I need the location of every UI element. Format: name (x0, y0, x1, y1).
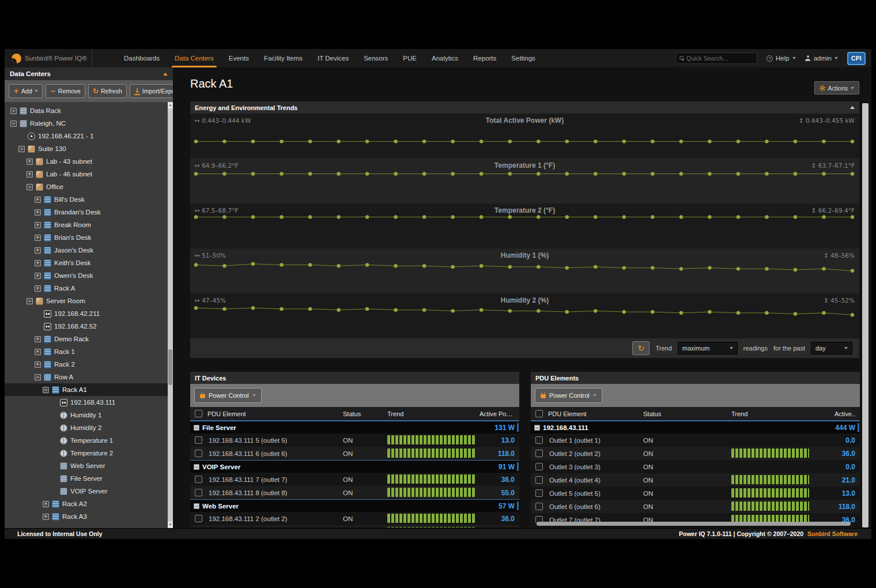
collapse-expander-icon[interactable]: − (35, 374, 41, 380)
column-header-active-power[interactable]: Active Power... (479, 410, 519, 417)
refresh-button[interactable]: ↻Refresh (88, 84, 127, 98)
tree-item-break-room[interactable]: +Break Room (5, 218, 173, 231)
table-row-outlet-2-outlet-2[interactable]: Outlet 2 (outlet 2)ON36.0 (531, 447, 860, 460)
collapse-up-icon[interactable] (163, 73, 168, 76)
tree-item-brandan-s-desk[interactable]: +Brandan's Desk (5, 206, 173, 218)
tree-item-rack-a2[interactable]: +Rack A2 (5, 497, 173, 510)
tree-item-lab-46-subnet[interactable]: +Lab - 46 subnet (5, 168, 173, 180)
group-row-web-server[interactable]: −Web Server57 W (190, 499, 519, 512)
column-header-active[interactable]: Active.. (824, 410, 860, 417)
trend-type-select[interactable]: maximum (678, 342, 738, 355)
nav-item-events[interactable]: Events (221, 49, 256, 67)
collapse-expander-icon[interactable]: − (194, 425, 199, 431)
table-row-192-168-43-111-6-outlet-6[interactable]: 192.168.43.111 6 (outlet 6)ON118.0 (190, 447, 519, 460)
row-checkbox[interactable] (535, 503, 543, 510)
expand-expander-icon[interactable]: + (35, 349, 41, 355)
expand-expander-icon[interactable]: + (35, 361, 41, 368)
tree-item-brian-s-desk[interactable]: +Brian's Desk (5, 231, 173, 244)
tree-item-lab-43-subnet[interactable]: +Lab - 43 subnet (5, 155, 173, 168)
power-control-button[interactable]: Power Control (535, 388, 602, 403)
expand-expander-icon[interactable]: + (43, 501, 49, 507)
table-row-192-168-43-111-2-outlet-2[interactable]: 192.168.43.111 2 (outlet 2)ON36.0 (190, 512, 519, 525)
row-checkbox[interactable] (195, 436, 202, 444)
nav-item-analytics[interactable]: Analytics (424, 49, 466, 67)
tree-item-192-168-46-221-1[interactable]: 192.168.46.221 - 1 (5, 130, 173, 142)
sunbird-software-link[interactable]: Sunbird Software (807, 530, 858, 537)
row-checkbox[interactable] (535, 476, 543, 484)
column-header-pdu-element[interactable]: PDU Element (207, 410, 343, 417)
table-row-192-168-43-111-4-outlet-4[interactable]: 192.168.43.111 4 (outlet 4)ON21.0 (190, 525, 519, 527)
power-control-button[interactable]: Power Control (194, 388, 262, 403)
scrollbar-thumb[interactable] (168, 349, 172, 385)
tree-item-jason-s-desk[interactable]: +Jason's Desk (5, 244, 173, 257)
collapse-expander-icon[interactable]: − (534, 425, 540, 431)
expand-expander-icon[interactable]: + (35, 285, 41, 292)
column-header-status[interactable]: Status (643, 410, 731, 417)
tree-item-rack-a1[interactable]: −Rack A1 (5, 383, 173, 396)
table-row-192-168-43-111-7-outlet-7[interactable]: 192.168.43.111 7 (outlet 7)ON36.0 (190, 473, 519, 486)
table-row-outlet-3-outlet-3[interactable]: Outlet 3 (outlet 3)ON0.0 (531, 460, 860, 473)
select-all-checkbox[interactable] (195, 410, 202, 417)
remove-button[interactable]: −Remove (46, 84, 85, 98)
expand-expander-icon[interactable]: + (35, 197, 41, 203)
tree-item-demo-rack[interactable]: +Demo Rack (5, 333, 173, 345)
user-menu[interactable]: admin (805, 55, 838, 62)
scroll-down-icon[interactable]: ▼ (168, 522, 173, 528)
cpi-logo[interactable]: CPI (847, 52, 866, 65)
tree-item-rack-1[interactable]: +Rack 1 (5, 345, 173, 358)
row-checkbox[interactable] (195, 515, 202, 522)
search-input[interactable] (686, 55, 750, 62)
row-checkbox[interactable] (195, 476, 202, 483)
row-checkbox[interactable] (535, 450, 543, 457)
nav-item-facility-items[interactable]: Facility Items (256, 49, 310, 67)
tree-item-row-a[interactable]: −Row A (5, 371, 173, 383)
table-row-outlet-5-outlet-5[interactable]: Outlet 5 (outlet 5)ON13.0 (531, 487, 860, 500)
tree-item-rack-2[interactable]: +Rack 2 (5, 358, 173, 371)
row-checkbox[interactable] (535, 436, 543, 444)
expand-expander-icon[interactable]: + (35, 222, 41, 228)
horizontal-scrollbar[interactable] (537, 522, 851, 526)
expand-expander-icon[interactable]: + (27, 171, 33, 178)
expand-expander-icon[interactable]: + (35, 336, 41, 342)
expand-expander-icon[interactable]: + (43, 514, 49, 520)
row-checkbox[interactable] (195, 450, 202, 457)
nav-item-settings[interactable]: Settings (504, 49, 543, 67)
collapse-expander-icon[interactable]: − (43, 387, 49, 393)
nav-item-data-centers[interactable]: Data Centers (167, 49, 221, 67)
tree-item-humidity-1[interactable]: Humidity 1 (5, 409, 173, 421)
expand-expander-icon[interactable]: + (35, 235, 41, 241)
main-scrollbar[interactable] (862, 103, 869, 527)
collapse-expander-icon[interactable]: − (194, 503, 199, 509)
tree-item-file-server[interactable]: File Server (5, 472, 173, 485)
sidebar-scrollbar[interactable]: ▲ ▼ (168, 102, 173, 528)
tree-item-192-168-43-111[interactable]: 192.168.43.111 (5, 396, 173, 409)
refresh-button[interactable]: ↻ (632, 341, 650, 355)
expand-expander-icon[interactable]: + (27, 159, 33, 165)
collapse-expander-icon[interactable]: − (10, 108, 17, 114)
quick-search[interactable] (675, 52, 757, 64)
tree-item-bill-s-desk[interactable]: +Bill's Desk (5, 193, 173, 206)
expand-expander-icon[interactable]: + (35, 260, 41, 266)
tree-item-server-room[interactable]: −Server Room (5, 295, 173, 307)
column-header-trend[interactable]: Trend (731, 410, 824, 417)
expand-expander-icon[interactable]: + (35, 209, 41, 216)
tree-item-web-server[interactable]: Web Server (5, 459, 173, 472)
tree-item-owen-s-desk[interactable]: +Owen's Desk (5, 269, 173, 282)
tree-item-voip-server[interactable]: VOIP Server (5, 485, 173, 497)
nav-item-pue[interactable]: PUE (395, 49, 424, 67)
select-all-checkbox[interactable] (535, 410, 543, 417)
actions-button[interactable]: Actions (814, 81, 859, 95)
table-row-192-168-43-111-8-outlet-8[interactable]: 192.168.43.111 8 (outlet 8)ON55.0 (190, 486, 519, 499)
group-row-voip-server[interactable]: −VOIP Server91 W (190, 460, 519, 473)
group-row-file-server[interactable]: −File Server131 W (190, 421, 519, 434)
time-range-select[interactable]: day (811, 342, 852, 355)
expand-expander-icon[interactable]: + (35, 247, 41, 254)
nav-item-it-devices[interactable]: IT Devices (310, 49, 356, 67)
collapse-expander-icon[interactable]: − (27, 184, 33, 190)
collapse-expander-icon[interactable]: − (18, 146, 25, 152)
tree-item-rack-a3[interactable]: +Rack A3 (5, 510, 173, 523)
table-row-outlet-1-outlet-1[interactable]: Outlet 1 (outlet 1)ON0.0 (531, 434, 860, 447)
row-checkbox[interactable] (535, 463, 543, 470)
column-header-status[interactable]: Status (343, 410, 387, 417)
row-checkbox[interactable] (535, 489, 543, 497)
